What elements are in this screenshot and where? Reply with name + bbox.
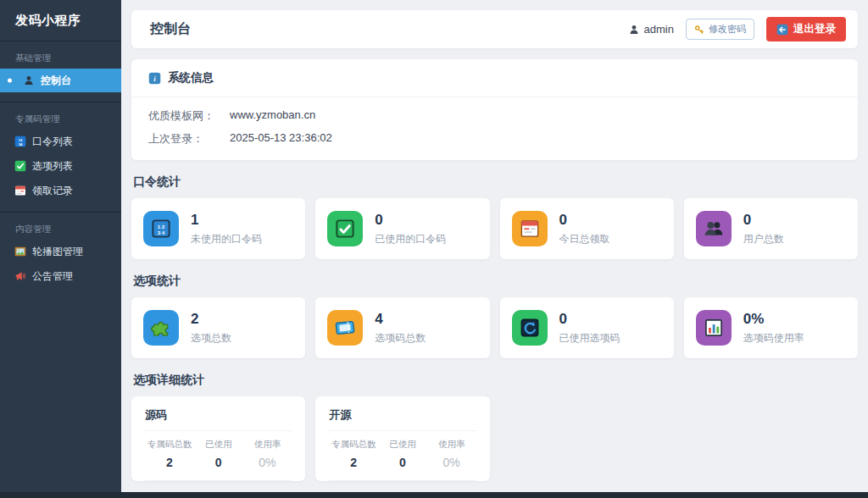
system-info-title: 系统信息	[168, 70, 214, 86]
user-chip: admin	[628, 23, 674, 36]
info-row-site: 优质模板网： www.yzmoban.cn	[148, 108, 841, 124]
spacer	[0, 93, 121, 102]
stat-card-today-claims: 0 今日总领取	[500, 198, 674, 259]
check-icon	[327, 211, 363, 246]
stat-card-total-users: 0 用户总数	[684, 198, 858, 259]
calendar-icon	[512, 211, 548, 246]
numbers-icon: 1234	[14, 136, 26, 147]
sidebar-item-carousel[interactable]: 轮播图管理	[0, 240, 121, 263]
sidebar-item-claim-records[interactable]: 领取记录	[0, 179, 121, 202]
megaphone-icon	[14, 270, 26, 282]
detail-table: 专属码总数 2 已使用 0 使用率 0%	[329, 439, 476, 469]
svg-text:34: 34	[19, 142, 23, 147]
logout-label: 退出登录	[793, 22, 836, 36]
detail-col: 已使用 0	[378, 439, 427, 469]
header-actions: admin 修改密码 退出登录	[628, 17, 846, 42]
stat-label: 选项总数	[191, 331, 231, 346]
info-row-last-login: 上次登录： 2025-05-13 23:36:02	[148, 131, 841, 147]
stat-text: 2 选项总数	[191, 311, 231, 346]
numbers-icon: 1 23 4	[143, 211, 179, 246]
svg-text:1 2: 1 2	[158, 224, 165, 230]
stat-value: 2	[191, 311, 231, 328]
username: admin	[644, 23, 674, 36]
divider	[329, 480, 476, 481]
stat-text: 0 今日总领取	[559, 212, 610, 246]
stat-value: 0	[743, 212, 784, 229]
detail-col-value: 0	[194, 456, 243, 469]
section-title-option-stats: 选项统计	[133, 274, 856, 289]
stat-text: 0 用户总数	[743, 212, 784, 246]
divider	[145, 430, 292, 431]
app-root: 发码小程序 基础管理 控制台 专属码管理 1234 口令列表 选项列表	[0, 0, 868, 498]
stat-card-used-option-codes: 0 已使用选项码	[500, 297, 674, 358]
divider	[329, 430, 476, 431]
page-title: 控制台	[150, 20, 191, 38]
option-stats-row: 2 选项总数 4 选项码总数 0 已使用选项码	[131, 297, 858, 358]
logout-button[interactable]: 退出登录	[766, 17, 846, 42]
spacer	[0, 203, 121, 212]
detail-col-header: 使用率	[243, 439, 292, 451]
stat-text: 0 已使用的口令码	[375, 212, 446, 246]
sidebar: 发码小程序 基础管理 控制台 专属码管理 1234 口令列表 选项列表	[0, 0, 121, 498]
sidebar-item-password-list[interactable]: 1234 口令列表	[0, 130, 121, 153]
section-title-password-stats: 口令统计	[133, 174, 856, 190]
sidebar-item-label: 公告管理	[32, 269, 73, 284]
detail-col-value: 0%	[243, 456, 292, 469]
sidebar-item-announcements[interactable]: 公告管理	[0, 264, 121, 288]
calendar-icon	[14, 185, 26, 196]
system-info-card: i 系统信息 优质模板网： www.yzmoban.cn 上次登录： 2025-…	[131, 59, 858, 160]
user-icon	[23, 75, 35, 86]
bottom-edge-bar	[0, 492, 868, 498]
stat-value: 0%	[743, 311, 804, 328]
sidebar-section-basic: 基础管理	[15, 53, 121, 64]
stat-card-unused-codes: 1 23 4 1 未使用的口令码	[131, 198, 305, 259]
stat-card-usage-rate: 0% 选项码使用率	[684, 297, 858, 358]
change-password-button[interactable]: 修改密码	[686, 19, 754, 40]
system-info-body: 优质模板网： www.yzmoban.cn 上次登录： 2025-05-13 2…	[131, 97, 858, 160]
stat-label: 选项码总数	[375, 331, 426, 346]
user-icon	[628, 24, 640, 36]
sidebar-item-label: 口令列表	[32, 135, 73, 149]
detail-col: 使用率 0%	[243, 439, 292, 469]
detail-col-value: 2	[145, 456, 194, 469]
detail-stats-row: 源码 专属码总数 2 已使用 0 使用率 0%	[131, 396, 858, 481]
sidebar-item-option-list[interactable]: 选项列表	[0, 154, 121, 178]
detail-col: 专属码总数 2	[329, 439, 378, 469]
sidebar-item-console[interactable]: 控制台	[0, 69, 121, 92]
stat-text: 0% 选项码使用率	[743, 311, 804, 346]
divider	[0, 102, 121, 102]
detail-col: 专属码总数 2	[145, 439, 194, 469]
detail-col-header: 已使用	[194, 439, 243, 451]
info-value: www.yzmoban.cn	[230, 108, 315, 124]
detail-col-header: 专属码总数	[145, 439, 194, 451]
main-content: 控制台 admin 修改密码	[121, 0, 868, 498]
sidebar-section-content: 内容管理	[15, 224, 121, 235]
sidebar-item-label: 领取记录	[32, 184, 73, 198]
detail-col: 已使用 0	[194, 439, 243, 469]
puzzle-icon	[143, 310, 179, 346]
detail-col-value: 2	[329, 456, 378, 469]
detail-table: 专属码总数 2 已使用 0 使用率 0%	[145, 439, 292, 469]
password-stats-row: 1 23 4 1 未使用的口令码 0 已使用的口令码	[131, 198, 858, 259]
sidebar-item-label: 选项列表	[32, 159, 73, 174]
stat-label: 用户总数	[743, 232, 784, 246]
divider	[145, 480, 292, 481]
detail-card-title: 源码	[145, 407, 292, 423]
stat-value: 0	[559, 212, 610, 229]
svg-text:3 4: 3 4	[158, 230, 165, 235]
detail-card-title: 开源	[329, 407, 476, 423]
stat-value: 0	[375, 212, 446, 229]
detail-col: 使用率 0%	[427, 439, 476, 469]
stat-label: 已使用的口令码	[375, 232, 446, 246]
stat-label: 今日总领取	[559, 232, 610, 246]
stat-label: 未使用的口令码	[191, 232, 262, 246]
system-info-header: i 系统信息	[131, 59, 858, 97]
stat-label: 已使用选项码	[559, 331, 620, 346]
stat-value: 1	[191, 212, 262, 229]
stat-label: 选项码使用率	[743, 331, 804, 346]
left-arrow-icon	[776, 24, 788, 36]
stat-text: 4 选项码总数	[375, 311, 426, 346]
divider	[0, 41, 121, 42]
detail-col-header: 使用率	[427, 439, 476, 451]
section-title-detail-stats: 选项详细统计	[133, 373, 856, 388]
